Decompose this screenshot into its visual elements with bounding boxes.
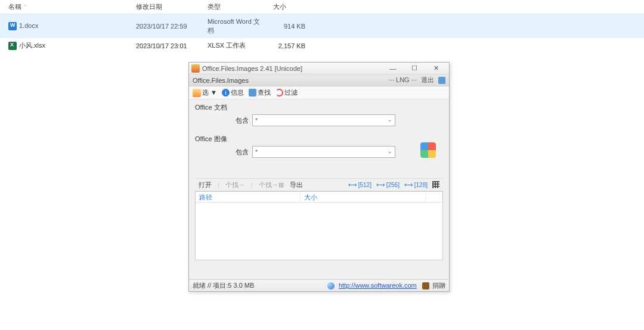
result-list[interactable]: 路径 大小: [195, 191, 443, 260]
office-image-group: Office 图像 包含 * ⌄: [195, 135, 443, 158]
body-area: Office 文档 包含 * ⌄ Office 图像 包含 * ⌄: [189, 99, 449, 260]
file-list-table: 名稱˄ 修改日期 类型 大小 1.docx 2023/10/17 22:59 M…: [0, 0, 644, 53]
chevron-down-icon: ⌄: [388, 117, 392, 123]
find-button[interactable]: 查找: [249, 88, 271, 97]
export-button[interactable]: 导出: [290, 180, 303, 189]
file-size: 2,157 KB: [268, 38, 310, 53]
file-date: 2023/10/17 22:59: [131, 14, 203, 39]
donate-icon: [422, 282, 429, 289]
image-filter-combo[interactable]: * ⌄: [252, 146, 395, 158]
col-header-date[interactable]: 修改日期: [131, 0, 203, 14]
grid-view-icon[interactable]: [432, 181, 439, 188]
info-icon: i: [222, 89, 230, 96]
col-header-size[interactable]: 大小: [301, 192, 426, 202]
find-icon: [249, 89, 256, 96]
main-toolbar: 选 ▼ i信息 查找 过滤: [189, 86, 449, 99]
size-128-button[interactable]: ⟷ [128]: [404, 182, 428, 188]
office-doc-group: Office 文档 包含 * ⌄: [195, 103, 443, 126]
window-title: Office.Files.Images 2.41 [Unicode]: [202, 65, 382, 72]
chevron-down-icon: ⌄: [388, 148, 392, 154]
file-size: 914 KB: [268, 14, 310, 39]
file-date: 2023/10/17 23:01: [131, 38, 203, 53]
office-image-label: Office 图像: [195, 135, 443, 144]
col-header-size[interactable]: 大小: [268, 0, 310, 14]
office-doc-label: Office 文档: [195, 103, 443, 112]
result-list-header: 路径 大小: [196, 192, 442, 203]
file-type: Microsoft Word 文档: [203, 14, 268, 39]
include-label: 包含: [231, 148, 252, 157]
doc-filter-combo[interactable]: * ⌄: [252, 114, 395, 126]
col-header-type[interactable]: 类型: [203, 0, 268, 14]
subtitle: Office.Files.Images: [193, 77, 249, 84]
image-filter-value: *: [255, 148, 258, 155]
app-window: Office.Files.Images 2.41 [Unicode] — ☐ ✕…: [188, 62, 450, 292]
size-512-button[interactable]: ⟷ [512]: [348, 182, 371, 188]
donate-link[interactable]: 捐贈: [432, 282, 445, 289]
filter-button[interactable]: 过滤: [275, 88, 298, 97]
file-row[interactable]: 小风.xlsx 2023/10/17 23:01 XLSX 工作表 2,157 …: [0, 38, 644, 53]
file-name: 1.docx: [19, 22, 38, 29]
size-256-button[interactable]: ⟷ [256]: [376, 182, 400, 188]
filter-icon: [275, 89, 283, 96]
sub-title-bar: Office.Files.Images ··· LNG ··· 退出: [189, 74, 449, 86]
mid-toolbar: 打开 | 个找→ | 个找→⊞ 导出 ⟷ [512] ⟷ [256] ⟷ [12…: [195, 178, 443, 191]
col-header-name[interactable]: 名稱˄: [0, 0, 131, 14]
globe-icon: [327, 282, 335, 289]
include-label: 包含: [231, 116, 252, 125]
explorer-button[interactable]: 个找→: [225, 180, 245, 189]
select-button[interactable]: 选 ▼: [193, 88, 217, 97]
maximize-button[interactable]: ☐: [404, 63, 425, 74]
exit-link[interactable]: 退出: [421, 76, 434, 83]
info-button[interactable]: i信息: [222, 88, 244, 97]
open-button[interactable]: 打开: [199, 180, 212, 189]
file-row[interactable]: 1.docx 2023/10/17 22:59 Microsoft Word 文…: [0, 14, 644, 39]
explorer2-button[interactable]: 个找→⊞: [259, 180, 284, 189]
xlsx-file-icon: [8, 42, 17, 50]
title-bar[interactable]: Office.Files.Images 2.41 [Unicode] — ☐ ✕: [189, 63, 449, 74]
col-header-path[interactable]: 路径: [196, 192, 301, 202]
exit-icon: [438, 77, 445, 84]
color-wheel-icon: [420, 142, 436, 158]
website-link[interactable]: http://www.softwareok.com: [339, 282, 417, 289]
file-list-header-row: 名稱˄ 修改日期 类型 大小: [0, 0, 644, 14]
close-button[interactable]: ✕: [425, 63, 447, 74]
file-type: XLSX 工作表: [203, 38, 268, 53]
select-icon: [193, 89, 201, 97]
doc-filter-value: *: [255, 117, 258, 124]
minimize-button[interactable]: —: [382, 63, 404, 74]
status-bar: 就绪 // 项目:5 3.0 MB http://www.softwareok.…: [189, 279, 449, 291]
status-text: 就绪 // 项目:5 3.0 MB: [193, 281, 254, 290]
app-icon: [191, 64, 200, 73]
file-name: 小风.xlsx: [19, 42, 45, 49]
language-link[interactable]: ··· LNG ···: [389, 76, 417, 83]
docx-file-icon: [8, 22, 17, 30]
